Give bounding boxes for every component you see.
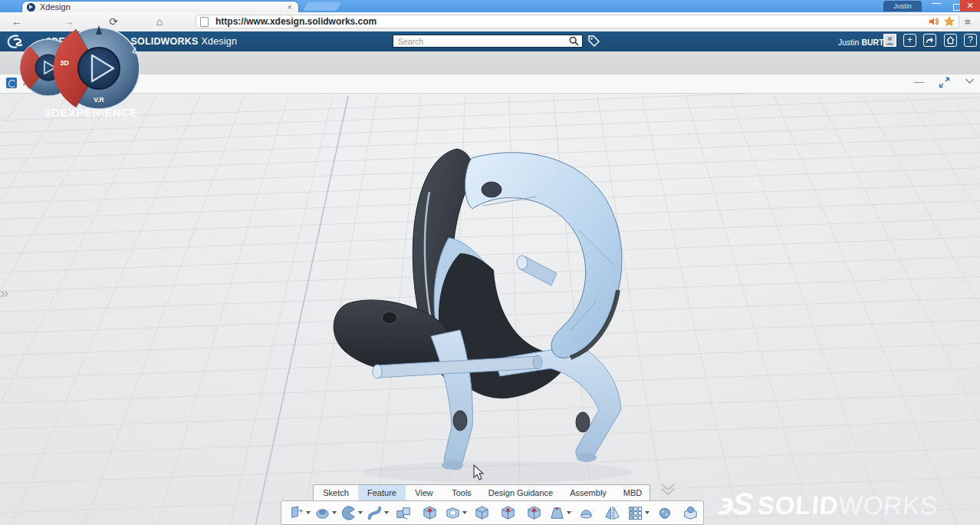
share-button[interactable] [923,34,936,47]
solidworks-watermark: ϶SSOLIDWORKS [718,487,939,521]
ribbon-tab-feature[interactable]: Feature [358,485,406,500]
solid-body-tool-icon[interactable] [469,503,495,523]
extrude-dropdown-icon[interactable] [306,511,311,514]
revolved-cut-dropdown-icon[interactable] [358,511,363,514]
page-security-icon [200,17,209,27]
chamfer-tool-icon[interactable] [521,503,547,523]
url-input[interactable] [214,15,929,28]
platform-header: 3DEXPERIENCE|SOLIDWORKSXdesign JustinBUR… [0,31,980,51]
sweep-tool-icon[interactable] [364,503,390,523]
ribbon-tabs: SketchFeatureViewToolsDesign GuidanceAss… [313,484,650,501]
revolve-dropdown-icon[interactable] [332,511,337,514]
feature-toolbar-icons [281,500,704,525]
combine-tool-icon[interactable] [390,503,416,523]
tag-icon[interactable] [587,35,600,48]
compass-west-label: 3D [60,59,69,67]
wrap-tool-icon[interactable] [677,503,703,523]
tab-favicon-icon [27,3,35,12]
ribbon-tab-tools[interactable]: Tools [442,485,481,500]
window-close-button[interactable]: ✕ [960,0,980,12]
browser-home-icon[interactable]: ⌂ [152,15,167,28]
ribbon-more-chevron-icon[interactable] [658,483,678,496]
app-titlebar [0,74,980,94]
dome-tool-icon[interactable] [573,503,599,523]
solidworks-logo-glyph: ϶S [718,487,752,520]
brand-app: Xdesign [202,36,238,47]
fillet-tool-icon[interactable] [495,503,521,523]
draft-tool-icon[interactable] [547,503,573,523]
new-tab-button[interactable] [303,2,341,11]
user-first-name: Justin [838,38,859,47]
compass-south-label: V.R [94,96,104,104]
global-search[interactable] [393,35,583,48]
compass-large[interactable]: 3D V.R [54,25,140,109]
ribbon-tab-mbd[interactable]: MBD [616,485,649,500]
address-bar[interactable] [196,15,959,28]
app-collapse-chevron-icon[interactable] [965,78,975,84]
app-expand-icon[interactable] [939,77,950,88]
pattern-dropdown-icon[interactable] [645,511,649,514]
bookmark-star-icon[interactable] [944,16,955,27]
workspace-tabstrip [0,51,980,75]
tab-title: Xdesign [40,2,286,12]
browser-titlebar: Xdesign × Justin — ✕ [0,0,980,12]
sweep-dropdown-icon[interactable] [384,511,389,514]
revolve-tool-icon[interactable] [312,503,338,523]
solidworks-logo-bold: SOLID [756,491,839,520]
pattern-tool-icon[interactable] [625,503,651,523]
browser-profile-chip[interactable]: Justin [883,1,922,12]
search-input[interactable] [396,36,569,47]
tab-close-icon[interactable]: × [286,3,294,12]
shell-dropdown-icon[interactable] [462,511,467,514]
add-content-button[interactable]: + [903,34,916,47]
mouse-cursor [473,464,487,481]
revolved-cut-tool-icon[interactable] [338,503,364,523]
home-icon [946,36,955,45]
ribbon-tab-sketch[interactable]: Sketch [314,485,358,500]
mirror-tool-icon[interactable] [599,503,625,523]
browser-tab[interactable]: Xdesign × [21,1,299,12]
3dexperience-compass[interactable]: 3D V.R [12,19,146,113]
browser-menu-icon[interactable]: ≡ [965,16,971,28]
platform-home-button[interactable] [944,34,957,47]
app-minimize-button[interactable]: — [914,76,924,88]
window-minimize-button[interactable]: — [926,0,946,12]
deform-tool-icon[interactable] [651,503,677,523]
share-arrow-icon [926,36,934,44]
user-avatar[interactable] [883,34,896,47]
left-panel-expander-icon[interactable]: » [0,284,8,302]
extrude-tool-icon[interactable] [286,503,312,523]
ribbon-tab-design-guidance[interactable]: Design Guidance [481,485,561,500]
shell-tool-icon[interactable] [442,503,469,523]
draft-dropdown-icon[interactable] [567,511,571,514]
audio-indicator-icon [929,16,939,27]
ribbon-tab-assembly[interactable]: Assembly [561,485,616,500]
browser-toolbar: ← → ⟳ ⌂ ≡ [0,12,980,32]
solidworks-logo-light: WORKS [837,491,939,520]
search-icon[interactable] [569,36,579,46]
subtract-tool-icon[interactable] [416,503,442,523]
ribbon-tab-view[interactable]: View [406,485,442,500]
help-button[interactable]: ? [964,34,977,47]
